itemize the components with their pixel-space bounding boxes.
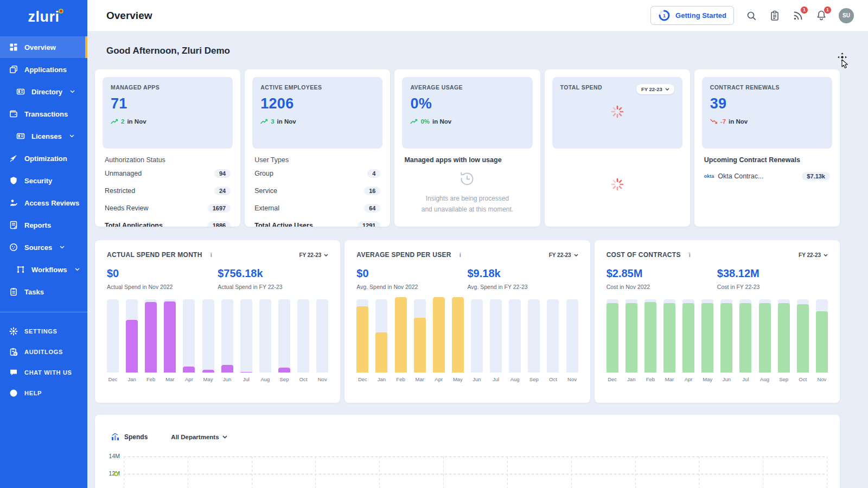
tasks-clipboard-button[interactable] bbox=[769, 10, 781, 22]
sidebar-item-settings[interactable]: SETTINGS bbox=[0, 321, 87, 342]
bar-dec[interactable] bbox=[607, 299, 618, 373]
notifications-button[interactable]: 1 bbox=[815, 10, 827, 22]
sidebar-item-security[interactable]: Security bbox=[0, 170, 87, 191]
bar-nov[interactable] bbox=[316, 299, 328, 373]
sidebar-item-workflows[interactable]: Workflows bbox=[0, 259, 87, 280]
fy-period-dropdown[interactable]: FY 22-23 bbox=[799, 252, 828, 258]
stat-change-period: in Nov bbox=[432, 118, 451, 125]
getting-started-button[interactable]: 1 Getting Started bbox=[650, 6, 734, 25]
bar-nov[interactable] bbox=[816, 299, 828, 373]
bar-jan[interactable] bbox=[126, 299, 138, 373]
sidebar-footer: SETTINGSAUDITLOGSCHAT WITH US?HELP bbox=[0, 321, 87, 403]
bar-jun[interactable] bbox=[221, 299, 233, 373]
bar-jan[interactable] bbox=[375, 299, 387, 373]
sidebar-item-overview[interactable]: Overview bbox=[0, 36, 87, 58]
chevron-down-icon bbox=[665, 88, 669, 91]
sidebar-item-label: Transactions bbox=[24, 110, 68, 118]
bar-aug[interactable] bbox=[259, 299, 271, 373]
stats-row: MANAGED APPS 71 2 in Nov Authorization S… bbox=[95, 69, 840, 227]
bar-mar[interactable] bbox=[414, 299, 426, 373]
spends-chart-grid bbox=[124, 457, 827, 488]
sidebar-item-label: Applications bbox=[24, 66, 67, 74]
bar-apr[interactable] bbox=[682, 299, 694, 373]
bar-aug[interactable] bbox=[509, 299, 521, 373]
sidebar-item-sources[interactable]: Sources bbox=[0, 236, 87, 258]
total-spend-summary: TOTAL SPEND FY 22-23 bbox=[552, 77, 682, 149]
bar-apr[interactable] bbox=[433, 299, 445, 373]
gridline-vertical bbox=[699, 457, 699, 488]
info-icon[interactable]: i bbox=[210, 252, 212, 258]
info-icon[interactable]: i bbox=[459, 252, 461, 258]
reports-icon bbox=[9, 221, 18, 229]
gridline-vertical bbox=[571, 457, 572, 488]
sidebar-item-licenses[interactable]: Licenses bbox=[0, 125, 87, 147]
bar-jan[interactable] bbox=[626, 299, 637, 373]
bar-feb[interactable] bbox=[395, 299, 407, 373]
sidebar-item-label: Licenses bbox=[31, 132, 62, 140]
bar-oct[interactable] bbox=[547, 299, 559, 373]
sidebar-item-auditlogs[interactable]: AUDITLOGS bbox=[0, 342, 87, 362]
cost-of-contracts-chart-card: COST OF CONTRACTS i FY 22-23 $2.85M Cost… bbox=[595, 240, 840, 403]
bar-aug[interactable] bbox=[759, 299, 771, 373]
bar-may[interactable] bbox=[452, 299, 464, 373]
sidebar-item-optimization[interactable]: Optimization bbox=[0, 147, 87, 169]
bar-oct[interactable] bbox=[297, 299, 309, 373]
sidebar-item-transactions[interactable]: Transactions bbox=[0, 103, 87, 125]
bar-jul[interactable] bbox=[240, 299, 252, 373]
fy-period-dropdown[interactable]: FY 22-23 bbox=[549, 252, 578, 258]
bar-feb[interactable] bbox=[644, 299, 656, 373]
search-button[interactable] bbox=[745, 10, 757, 22]
transactions-icon bbox=[9, 110, 18, 118]
sidebar-item-applications[interactable]: Applications bbox=[0, 59, 87, 80]
sidebar-item-label: SETTINGS bbox=[24, 328, 58, 335]
sidebar-item-reports[interactable]: Reports bbox=[0, 214, 87, 236]
tasks-icon bbox=[9, 287, 18, 296]
bar-jul[interactable] bbox=[490, 299, 502, 373]
chart-title: AVERAGE SPEND PER USER bbox=[356, 251, 451, 259]
greeting-text: Good Afternoon, Zluri Demo bbox=[106, 46, 230, 56]
fy-period-dropdown[interactable]: FY 22-23 bbox=[636, 84, 674, 94]
bar-dec[interactable] bbox=[356, 299, 368, 373]
bar-mar[interactable] bbox=[164, 299, 176, 373]
gridline-vertical bbox=[635, 457, 636, 488]
info-icon[interactable]: i bbox=[689, 252, 691, 258]
sidebar-item-access-reviews[interactable]: Access Reviews bbox=[0, 192, 87, 214]
bar-mar[interactable] bbox=[663, 299, 675, 373]
stat-label: CONTRACT RENEWALS bbox=[710, 84, 824, 91]
bar-jun[interactable] bbox=[720, 299, 732, 373]
pointer-cursor-icon bbox=[841, 59, 848, 71]
month-label: Feb bbox=[644, 376, 656, 382]
bar-sep[interactable] bbox=[278, 299, 290, 373]
series-start-point[interactable] bbox=[114, 472, 118, 476]
zluri-logo[interactable]: zluri bbox=[0, 0, 87, 34]
trend-up-icon bbox=[260, 119, 268, 124]
settings-icon bbox=[9, 327, 18, 336]
user-avatar[interactable]: SU bbox=[839, 8, 854, 23]
managed-apps-summary: MANAGED APPS 71 2 in Nov bbox=[103, 77, 233, 149]
contract-name: Okta Contrac... bbox=[718, 172, 763, 180]
bar-fill bbox=[778, 303, 790, 373]
bar-jul[interactable] bbox=[739, 299, 751, 373]
chevron-down-icon bbox=[70, 90, 75, 93]
sidebar-item-chat-with-us[interactable]: CHAT WITH US bbox=[0, 362, 87, 383]
activity-feed-button[interactable]: 1 bbox=[792, 10, 804, 22]
bar-may[interactable] bbox=[701, 299, 713, 373]
bar-fill bbox=[356, 306, 368, 373]
bar-sep[interactable] bbox=[778, 299, 790, 373]
sidebar-item-directory[interactable]: Directory bbox=[0, 81, 87, 102]
contract-renewal-row[interactable]: okta Okta Contrac... $7.13k bbox=[704, 167, 830, 185]
bar-dec[interactable] bbox=[107, 299, 119, 373]
fy-period-dropdown[interactable]: FY 22-23 bbox=[299, 252, 328, 258]
bar-fill bbox=[395, 297, 407, 373]
bar-apr[interactable] bbox=[183, 299, 195, 373]
sidebar-item-tasks[interactable]: Tasks bbox=[0, 281, 87, 303]
bar-nov[interactable] bbox=[566, 299, 578, 373]
department-filter-dropdown[interactable]: All Departments bbox=[171, 434, 227, 440]
bar-sep[interactable] bbox=[528, 299, 540, 373]
bar-jun[interactable] bbox=[471, 299, 483, 373]
bar-feb[interactable] bbox=[145, 299, 157, 373]
bar-may[interactable] bbox=[202, 299, 214, 373]
bar-oct[interactable] bbox=[797, 299, 809, 373]
sidebar-item-help[interactable]: ?HELP bbox=[0, 383, 87, 403]
workflows-icon bbox=[16, 265, 25, 274]
